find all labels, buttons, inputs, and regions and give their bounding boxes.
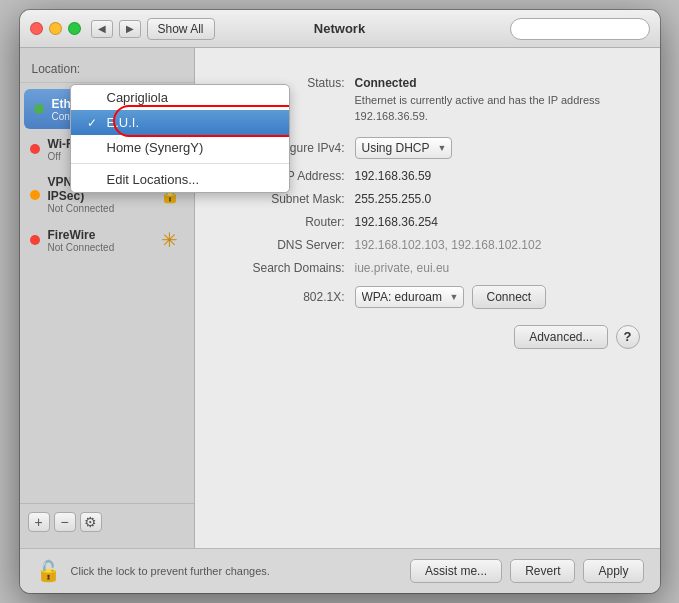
revert-button[interactable]: Revert [510,559,575,583]
dropdown-divider [71,163,289,164]
status-dot-firewire [30,235,40,245]
titlebar: ◀ ▶ Show All Network 🔍 [20,10,660,48]
apply-button[interactable]: Apply [583,559,643,583]
configure-select-wrapper: Using DHCP ▼ [355,137,452,159]
dropdown-item-edit[interactable]: Edit Locations... [71,167,289,192]
connect-button[interactable]: Connect [472,285,547,309]
dot8021x-select-wrapper: WPA: eduroam ▼ [355,286,464,308]
location-label: Location: [32,62,81,76]
sidebar-item-firewire[interactable]: FireWire Not Connected ✳ [20,220,194,260]
maximize-button[interactable] [68,22,81,35]
close-button[interactable] [30,22,43,35]
search-domains-value: iue.private, eui.eu [355,261,450,275]
location-dropdown[interactable]: Caprigliola ✓ E.U.I. Home (SynergY) [70,84,290,193]
advanced-row: Advanced... ? [215,325,640,349]
status-desc: Ethernet is currently active and has the… [355,94,601,122]
ip-value: 192.168.36.59 [355,169,432,183]
status-value: Connected [355,76,417,90]
dns-value: 192.168.102.103, 192.168.102.102 [355,238,542,252]
show-all-button[interactable]: Show All [147,18,215,40]
remove-button[interactable]: − [54,512,76,532]
help-button[interactable]: ? [616,325,640,349]
advanced-button[interactable]: Advanced... [514,325,607,349]
bottom-bar: 🔓 Click the lock to prevent further chan… [20,548,660,593]
content-area: Location: Caprigliola ✓ E.U.I. [20,48,660,548]
subnet-value: 255.255.255.0 [355,192,432,206]
sidebar: Location: Caprigliola ✓ E.U.I. [20,48,195,548]
search-domains-label: Search Domains: [215,259,355,277]
router-row: Router: 192.168.36.254 [215,213,640,231]
add-button[interactable]: + [28,512,50,532]
status-dot-ethernet [34,104,44,114]
dot8021x-label: 802.1X: [215,288,355,306]
dropdown-item-home[interactable]: Home (SynergY) [71,135,289,160]
search-wrapper: 🔍 [510,18,650,40]
configure-select[interactable]: Using DHCP [355,137,452,159]
status-dot-wifi [30,144,40,154]
back-button[interactable]: ◀ [91,20,113,38]
dns-label: DNS Server: [215,236,355,254]
bottom-buttons: Assist me... Revert Apply [410,559,643,583]
lock-text: Click the lock to prevent further change… [71,565,401,577]
forward-button[interactable]: ▶ [119,20,141,38]
minimize-button[interactable] [49,22,62,35]
status-dot-vpn [30,190,40,200]
dropdown-item-caprigloria[interactable]: Caprigliola [71,85,289,110]
dot8021x-select[interactable]: WPA: eduroam [355,286,464,308]
dot8021x-row: 802.1X: WPA: eduroam ▼ Connect [215,285,640,309]
search-input[interactable] [510,18,650,40]
traffic-lights [30,22,81,35]
search-domains-row: Search Domains: iue.private, eui.eu [215,259,640,277]
network-window: ◀ ▶ Show All Network 🔍 Location: Caprigl… [20,10,660,593]
dropdown-item-eui[interactable]: ✓ E.U.I. [71,110,289,135]
dns-row: DNS Server: 192.168.102.103, 192.168.102… [215,236,640,254]
router-value: 192.168.36.254 [355,215,438,229]
router-label: Router: [215,213,355,231]
location-bar: Location: Caprigliola ✓ E.U.I. [20,56,194,83]
firewire-icon: ✳ [156,226,184,254]
window-title: Network [314,21,365,36]
lock-icon[interactable]: 🔓 [36,559,61,583]
nav-controls: ◀ ▶ Show All [91,18,215,40]
assist-me-button[interactable]: Assist me... [410,559,502,583]
settings-button[interactable]: ⚙ [80,512,102,532]
check-eui: ✓ [87,116,101,130]
dot8021x-controls: WPA: eduroam ▼ Connect [355,285,547,309]
sidebar-footer: + − ⚙ [20,503,194,540]
firewire-info: FireWire Not Connected [48,228,148,253]
